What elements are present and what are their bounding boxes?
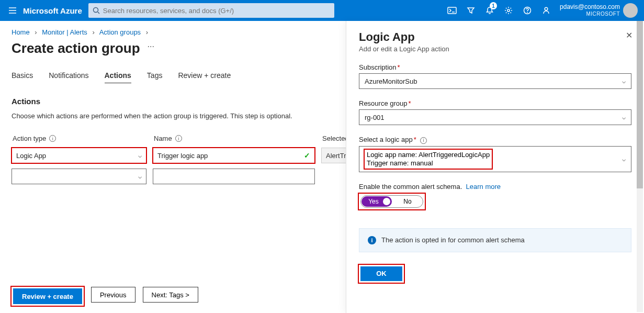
- action-type-dropdown[interactable]: Logic App⌵: [12, 148, 146, 163]
- logic-app-label: Select a logic app* i: [359, 136, 631, 144]
- tab-tags[interactable]: Tags: [147, 71, 163, 83]
- feedback-icon[interactable]: [537, 0, 556, 21]
- info-circle-icon: i: [368, 236, 376, 244]
- svg-point-5: [545, 7, 548, 10]
- tab-basics[interactable]: Basics: [12, 71, 33, 83]
- logic-app-trigger-line: Trigger name: manual: [367, 159, 490, 167]
- hamburger-menu-icon[interactable]: [4, 7, 21, 14]
- page-more-icon[interactable]: ···: [148, 42, 154, 51]
- svg-rect-1: [448, 7, 456, 14]
- schema-info-text: The action is opted in for common alert …: [381, 236, 525, 244]
- breadcrumb-monitor-alerts[interactable]: Monitor | Alerts: [42, 28, 87, 36]
- help-icon[interactable]: [518, 0, 537, 21]
- schema-info-box: i The action is opted in for common aler…: [359, 228, 631, 252]
- wizard-footer: Review + create Previous Next: Tags >: [12, 287, 198, 306]
- common-alert-schema-toggle[interactable]: Yes No: [360, 195, 423, 208]
- action-type-dropdown-empty[interactable]: ⌵: [12, 169, 146, 184]
- directories-filter-icon[interactable]: [461, 0, 480, 21]
- scrollbar-thumb[interactable]: [637, 21, 643, 188]
- global-search[interactable]: [88, 3, 334, 18]
- ok-button[interactable]: OK: [360, 266, 402, 281]
- user-tenant-label: MICROSOFT: [560, 10, 620, 18]
- notifications-icon[interactable]: 1: [480, 0, 499, 21]
- review-create-button[interactable]: Review + create: [13, 288, 82, 304]
- action-name-input-empty[interactable]: [153, 169, 315, 184]
- settings-gear-icon[interactable]: [499, 0, 518, 21]
- notification-badge: 1: [490, 2, 497, 9]
- learn-more-link[interactable]: Learn more: [466, 183, 501, 191]
- chevron-down-icon: ⌵: [622, 77, 626, 85]
- panel-title: Logic App: [359, 30, 631, 44]
- azure-topbar: Microsoft Azure 1 pdavis@contoso.com MIC…: [0, 0, 644, 21]
- next-tags-button[interactable]: Next: Tags >: [143, 287, 198, 303]
- action-name-input[interactable]: Trigger logic app✓: [153, 148, 315, 163]
- previous-button[interactable]: Previous: [91, 287, 135, 303]
- tab-review-create[interactable]: Review + create: [178, 71, 231, 83]
- panel-scrollbar[interactable]: [637, 21, 643, 312]
- logic-app-name-line: Logic app name: AlertTriggeredLogicApp: [367, 151, 490, 159]
- logic-app-side-panel: Logic App Add or edit a Logic App action…: [346, 21, 644, 313]
- brand-label: Microsoft Azure: [23, 6, 82, 15]
- common-alert-schema-label: Enable the common alert schema. Learn mo…: [359, 183, 631, 191]
- subscription-dropdown[interactable]: AzureMonitorSub⌵: [359, 73, 631, 89]
- user-email-label: pdavis@contoso.com: [560, 3, 620, 10]
- validation-check-icon: ✓: [304, 151, 310, 160]
- resource-group-dropdown[interactable]: rg-001⌵: [359, 109, 631, 125]
- col-header-name: Name i: [153, 132, 315, 148]
- resource-group-label: Resource group*: [359, 99, 631, 107]
- chevron-down-icon: ⌵: [138, 152, 142, 159]
- user-account-block[interactable]: pdavis@contoso.com MICROSOFT: [560, 3, 620, 18]
- svg-point-0: [93, 8, 98, 13]
- search-input[interactable]: [103, 7, 330, 15]
- tab-actions[interactable]: Actions: [105, 71, 131, 83]
- info-icon[interactable]: i: [420, 137, 427, 144]
- logic-app-selector[interactable]: Logic app name: AlertTriggeredLogicApp T…: [359, 146, 631, 172]
- panel-subtitle: Add or edit a Logic App action: [359, 45, 631, 53]
- subscription-label: Subscription*: [359, 63, 631, 71]
- col-header-action-type: Action type i: [12, 132, 146, 148]
- info-icon[interactable]: i: [175, 135, 182, 142]
- chevron-down-icon: ⌵: [622, 114, 626, 121]
- page-title: Create action group: [12, 40, 140, 57]
- svg-point-4: [527, 13, 528, 13]
- chevron-down-icon: ⌵: [622, 155, 626, 163]
- tab-notifications[interactable]: Notifications: [49, 71, 88, 83]
- panel-close-icon[interactable]: ✕: [626, 30, 632, 40]
- svg-point-2: [507, 9, 510, 12]
- info-icon[interactable]: i: [49, 135, 56, 142]
- cloud-shell-icon[interactable]: [443, 0, 461, 21]
- user-avatar[interactable]: [623, 3, 638, 18]
- breadcrumb-home[interactable]: Home: [12, 28, 30, 36]
- chevron-down-icon: ⌵: [138, 173, 142, 180]
- breadcrumb-action-groups[interactable]: Action groups: [99, 28, 141, 36]
